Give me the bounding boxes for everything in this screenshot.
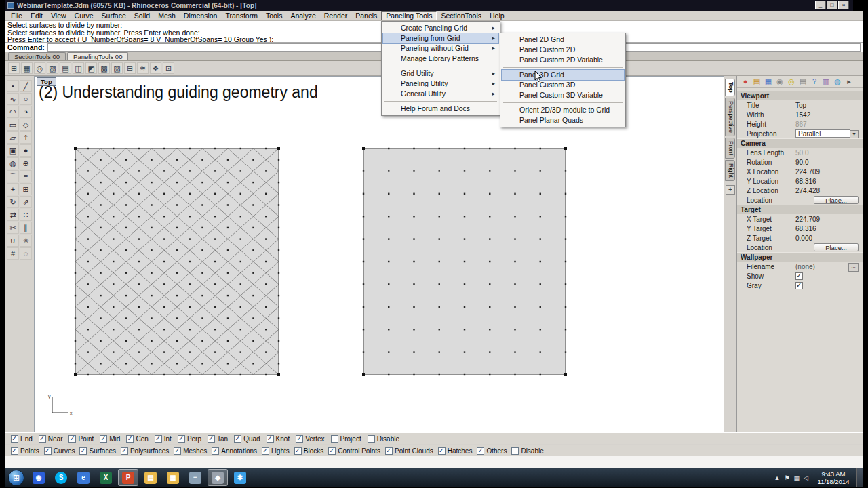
- split-tool-icon[interactable]: ∥: [20, 222, 32, 234]
- tray-network-icon[interactable]: ▦: [794, 474, 800, 481]
- tray-action-center-icon[interactable]: ⚑: [784, 474, 789, 481]
- submenu-item[interactable]: Panel Custom 3D: [502, 80, 624, 90]
- taskbar-skype-button[interactable]: S: [51, 469, 71, 486]
- section-wallpaper[interactable]: Wallpaper: [737, 252, 863, 262]
- menu-item[interactable]: [384, 66, 497, 66]
- prop-title[interactable]: Title Top: [737, 100, 863, 110]
- prop-projection[interactable]: Projection Parallel: [737, 129, 863, 138]
- materials-tab-icon[interactable]: ◉: [775, 77, 785, 87]
- menubar-item[interactable]: View: [47, 11, 71, 20]
- lights-tab-icon[interactable]: ◎: [787, 77, 796, 87]
- checkbox-icon[interactable]: [178, 435, 185, 443]
- property-value[interactable]: Place...: [814, 243, 859, 251]
- more-tabs-icon[interactable]: ▸: [844, 77, 854, 87]
- viewport[interactable]: Top (2) Understanding guiding geometry a…: [34, 76, 724, 432]
- web-tab-icon[interactable]: ◍: [833, 77, 842, 87]
- viewport-tab[interactable]: Top: [725, 79, 735, 96]
- property-value[interactable]: [795, 272, 803, 280]
- property-value[interactable]: 224.709: [795, 168, 859, 176]
- submenu-item[interactable]: Panel Custom 2D: [502, 45, 624, 55]
- property-value[interactable]: 50.0: [795, 149, 859, 157]
- osnap-tan[interactable]: Tan: [208, 435, 228, 443]
- menubar-item[interactable]: Mesh: [154, 11, 180, 20]
- filter-point-clouds[interactable]: Point Clouds: [385, 447, 433, 455]
- tray-hidden-icons-icon[interactable]: ▲: [774, 474, 781, 481]
- osnap-mid[interactable]: Mid: [100, 435, 120, 443]
- hide-tool-icon[interactable]: ◌: [20, 247, 32, 260]
- menubar-item[interactable]: Dimension: [180, 11, 222, 20]
- property-value[interactable]: 867: [795, 121, 859, 128]
- layers-tab-icon[interactable]: ▤: [752, 77, 762, 87]
- boolean-tool-icon[interactable]: ⊕: [20, 157, 32, 169]
- property-value[interactable]: 68.316: [795, 178, 859, 185]
- ellipse-tool-icon[interactable]: ◔: [20, 106, 32, 118]
- checkbox-icon[interactable]: [68, 435, 76, 443]
- pt-unroll-grid-icon[interactable]: ▤: [60, 62, 71, 74]
- filter-lights[interactable]: Lights: [262, 447, 290, 455]
- menu-item[interactable]: Paneling without Grid: [383, 43, 498, 54]
- checkbox-icon[interactable]: [262, 447, 269, 455]
- prop-width[interactable]: Width 1542: [737, 110, 863, 119]
- prop-height[interactable]: Height 867: [737, 119, 863, 129]
- fillet-tool-icon[interactable]: ⌒: [7, 170, 19, 182]
- pt-flow-icon[interactable]: ≋: [137, 62, 149, 74]
- filter-others[interactable]: Others: [477, 447, 507, 455]
- menubar-item[interactable]: Tools: [262, 11, 287, 20]
- taskbar-explorer-button[interactable]: ▤: [140, 469, 161, 486]
- prop-y-target[interactable]: Y Target 68.316: [737, 224, 863, 233]
- filter-points[interactable]: Points: [11, 447, 39, 455]
- filter-surfaces[interactable]: Surfaces: [79, 447, 115, 455]
- prop-camera-place-button[interactable]: Location Place...: [737, 195, 863, 205]
- pt-morph-icon[interactable]: ❖: [150, 62, 161, 74]
- cylinder-tool-icon[interactable]: ◍: [7, 157, 19, 169]
- taskbar-rhino-button[interactable]: ◆: [208, 469, 228, 486]
- menu-item[interactable]: Grid Utility: [383, 68, 498, 79]
- osnap-cen[interactable]: Cen: [126, 435, 148, 443]
- extrude-tool-icon[interactable]: ↥: [20, 131, 32, 144]
- pt-panel-3d-icon[interactable]: ▩: [98, 62, 110, 74]
- property-value[interactable]: [795, 282, 803, 289]
- filter-control-points[interactable]: Control Points: [328, 447, 380, 455]
- filter-curves[interactable]: Curves: [44, 447, 75, 455]
- pt-create-grid-icon[interactable]: ⊞: [8, 62, 20, 74]
- osnap-quad[interactable]: Quad: [234, 435, 260, 443]
- menu-item[interactable]: Paneling Utility: [383, 79, 498, 89]
- display-tab-icon[interactable]: ▦: [764, 77, 773, 87]
- toolbar-tab[interactable]: SectionTools 00: [8, 52, 66, 60]
- checkbox-icon[interactable]: [208, 435, 215, 443]
- menubar-item[interactable]: Paneling Tools: [381, 11, 437, 20]
- osnap-point[interactable]: Point: [68, 435, 94, 443]
- checkbox-icon[interactable]: [328, 447, 336, 455]
- property-value[interactable]: 90.0: [795, 159, 859, 166]
- section-target[interactable]: Target: [737, 205, 863, 214]
- sphere-tool-icon[interactable]: ●: [20, 144, 32, 157]
- checkbox-icon[interactable]: [511, 447, 519, 455]
- menu-item[interactable]: Paneling from Grid: [383, 33, 498, 43]
- viewport-canvas[interactable]: y x: [35, 77, 724, 432]
- checkbox-icon[interactable]: [44, 447, 52, 455]
- move-tool-icon[interactable]: +: [7, 183, 19, 195]
- scale-tool-icon[interactable]: ⇗: [20, 196, 32, 208]
- curve-tool-icon[interactable]: ∿: [7, 93, 19, 105]
- start-button[interactable]: ⊞: [8, 470, 24, 486]
- box-tool-icon[interactable]: ▣: [7, 144, 19, 157]
- filter-annotations[interactable]: Annotations: [212, 447, 257, 455]
- submenu-item[interactable]: Panel Custom 3D Variable: [502, 90, 624, 100]
- checkbox-icon[interactable]: [477, 447, 484, 455]
- close-button[interactable]: ×: [838, 1, 849, 9]
- osnap-end[interactable]: End: [11, 435, 33, 443]
- osnap-vertex[interactable]: Vertex: [296, 435, 324, 443]
- toolbar-tab[interactable]: PanelingTools 00: [67, 52, 128, 60]
- prop-y-location[interactable]: Y Location 68.316: [737, 176, 863, 186]
- menu-item[interactable]: [384, 101, 497, 102]
- filter-blocks[interactable]: Blocks: [294, 447, 323, 455]
- submenu-item[interactable]: Panel 2D Grid: [502, 35, 624, 45]
- prop-rotation[interactable]: Rotation 90.0: [737, 157, 863, 167]
- checkbox-icon[interactable]: [121, 447, 128, 455]
- polyline-tool-icon[interactable]: ╱: [20, 80, 32, 92]
- pt-radial-grid-icon[interactable]: ◎: [34, 62, 45, 74]
- pt-surface-grid-icon[interactable]: ▧: [47, 62, 58, 74]
- checkbox-icon[interactable]: [126, 435, 134, 443]
- taskbar-folder-button[interactable]: ▦: [163, 469, 183, 486]
- mirror-tool-icon[interactable]: ⇄: [7, 209, 19, 221]
